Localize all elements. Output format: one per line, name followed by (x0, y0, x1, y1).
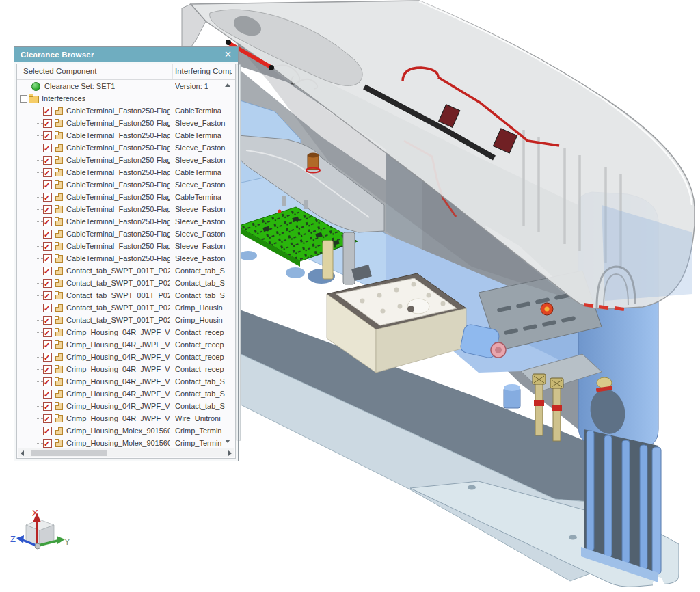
interferences-folder-label: Interferences (42, 92, 85, 105)
tree-branch-line (36, 111, 43, 111)
component-icon (55, 427, 63, 435)
interference-row[interactable]: CableTerminal_Faston250-Flag... Sleeve_F… (17, 252, 235, 265)
interference-row[interactable]: CableTerminal_Faston250-Flag... CableTer… (17, 191, 235, 203)
tree-branch-line (36, 394, 43, 394)
component-icon (55, 329, 63, 336)
interference-row[interactable]: CableTerminal_Faston250-Flag... Sleeve_F… (17, 228, 235, 240)
component-icon (55, 144, 63, 152)
interference-row[interactable]: Contact_tab_SWPT_001T_P025_... Crimp_Hou… (17, 314, 235, 326)
selected-component-cell: CableTerminal_Faston250-Flag... (66, 178, 170, 191)
row-checkbox[interactable] (43, 279, 52, 288)
row-checkbox[interactable] (43, 365, 52, 374)
row-checkbox[interactable] (43, 217, 52, 226)
row-checkbox[interactable] (43, 254, 52, 263)
tree-branch-line (36, 369, 43, 370)
interference-row[interactable]: CableTerminal_Faston250-Flag... CableTer… (17, 105, 235, 117)
interferences-folder-row[interactable]: - Interferences (17, 92, 235, 105)
tree-branch-line (36, 283, 43, 284)
scroll-left-icon[interactable] (21, 450, 24, 456)
interference-row[interactable]: Contact_tab_SWPT_001T_P025_... Contact_t… (17, 265, 235, 277)
row-checkbox[interactable] (43, 304, 52, 312)
row-checkbox[interactable] (43, 291, 52, 300)
interference-row[interactable]: CableTerminal_Faston250-Flag... Sleeve_F… (17, 178, 235, 191)
interference-row[interactable]: Crimp_Housing_04R_JWPF_VSL... Contact_re… (17, 351, 235, 363)
scroll-right-icon[interactable] (228, 450, 232, 456)
interference-row[interactable]: Contact_tab_SWPT_001T_P025_... Contact_t… (17, 277, 235, 289)
interfering-component-cell: Crimp_Housin (175, 314, 232, 326)
row-checkbox[interactable] (43, 316, 52, 325)
column-separator[interactable] (172, 64, 173, 79)
column-header-interfering[interactable]: Interfering Compo (175, 67, 232, 75)
column-header-selected[interactable]: Selected Component (23, 67, 96, 75)
selected-component-cell: CableTerminal_Faston250-Flag... (66, 105, 170, 117)
row-checkbox[interactable] (43, 180, 52, 189)
interference-row[interactable]: Crimp_Housing_04R_JWPF_VSL... Contact_ta… (17, 400, 235, 412)
tree-branch-line (36, 443, 43, 444)
horizontal-scrollbar[interactable] (18, 448, 234, 457)
row-checkbox[interactable] (43, 267, 52, 275)
row-checkbox[interactable] (43, 107, 52, 116)
row-checkbox[interactable] (43, 439, 52, 448)
interference-row[interactable]: CableTerminal_Faston250-Flag... Sleeve_F… (17, 203, 235, 215)
interference-row[interactable]: Crimp_Housing_04R_JWPF_VSL... Contact_ta… (17, 388, 235, 400)
selected-component-cell: Crimp_Housing_04R_JWPF_VSL... (66, 363, 170, 375)
row-checkbox[interactable] (43, 377, 52, 386)
interference-row[interactable]: Crimp_Housing_04R_JWPF_VSL... Contact_ta… (17, 375, 235, 388)
interference-row[interactable]: CableTerminal_Faston250-Flag... Sleeve_F… (17, 154, 235, 166)
interference-row[interactable]: Crimp_Housing_04R_JWPF_VSL... Contact_re… (17, 326, 235, 338)
interference-row[interactable]: CableTerminal_Faston250-Flag... CableTer… (17, 129, 235, 142)
interfering-component-cell: Sleeve_Faston (175, 178, 232, 191)
panel-titlebar[interactable]: Clearance Browser ✕ (14, 47, 238, 62)
interference-row[interactable]: CableTerminal_Faston250-Flag... Sleeve_F… (17, 142, 235, 154)
row-checkbox[interactable] (43, 119, 52, 128)
tree-branch-line (36, 357, 43, 358)
interference-row[interactable]: CableTerminal_Faston250-Flag... Sleeve_F… (17, 215, 235, 228)
interfering-component-cell: Contact_tab_S (175, 400, 232, 412)
interference-row[interactable]: CableTerminal_Faston250-Flag... Sleeve_F… (17, 240, 235, 252)
interference-row[interactable]: Contact_tab_SWPT_001T_P025_... Contact_t… (17, 289, 235, 301)
copper-coil (306, 153, 320, 173)
interference-row[interactable]: Contact_tab_SWPT_001T_P025_... Crimp_Hou… (17, 301, 235, 314)
orientation-triad: X Y Z (10, 508, 70, 549)
row-checkbox[interactable] (43, 328, 52, 337)
interfering-component-cell: CableTermina (175, 191, 232, 203)
interfering-component-cell: Sleeve_Faston (175, 154, 232, 166)
interference-row[interactable]: Crimp_Housing_04R_JWPF_VSL... Contact_re… (17, 338, 235, 351)
row-checkbox[interactable] (43, 414, 52, 423)
interference-row[interactable]: CableTerminal_Faston250-Flag... Sleeve_F… (17, 117, 235, 129)
interference-row[interactable]: CableTerminal_Faston250-Flag... CableTer… (17, 166, 235, 178)
interfering-component-cell: Crimp_Housin (175, 301, 232, 314)
row-checkbox[interactable] (43, 144, 52, 152)
scroll-up-icon[interactable] (225, 83, 230, 87)
row-checkbox[interactable] (43, 168, 52, 177)
row-checkbox[interactable] (43, 193, 52, 202)
row-checkbox[interactable] (43, 402, 52, 411)
tree-branch-line (36, 160, 43, 161)
row-checkbox[interactable] (43, 353, 52, 362)
selected-component-cell: Crimp_Housing_04R_JWPF_VSL... (66, 351, 170, 363)
selected-component-cell: CableTerminal_Faston250-Flag... (66, 240, 170, 252)
selected-component-cell: CableTerminal_Faston250-Flag... (66, 191, 170, 203)
clearance-set-label: Clearance Set: SET1 (44, 80, 115, 92)
row-checkbox[interactable] (43, 156, 52, 165)
component-icon (55, 132, 63, 139)
row-checkbox[interactable] (43, 390, 52, 399)
interference-row[interactable]: Crimp_Housing_04R_JWPF_VSL... Wire_Unitr… (17, 412, 235, 425)
row-checkbox[interactable] (43, 230, 52, 239)
component-icon (55, 403, 63, 410)
scrollbar-thumb[interactable] (31, 450, 107, 456)
component-icon (55, 181, 63, 189)
component-icon (55, 107, 63, 115)
expander-icon[interactable]: - (20, 95, 27, 103)
row-checkbox[interactable] (43, 131, 52, 140)
component-icon (55, 353, 63, 361)
clearance-set-row[interactable]: Clearance Set: SET1 Version: 1 (17, 80, 235, 92)
interference-row[interactable]: Crimp_Housing_Molex_901560... Crimp_Term… (17, 425, 235, 437)
row-checkbox[interactable] (43, 340, 52, 349)
row-checkbox[interactable] (43, 427, 52, 435)
row-checkbox[interactable] (43, 205, 52, 214)
component-icon (55, 206, 63, 213)
interference-row[interactable]: Crimp_Housing_04R_JWPF_VSL... Contact_re… (17, 363, 235, 375)
close-icon[interactable]: ✕ (224, 47, 232, 62)
row-checkbox[interactable] (43, 242, 52, 251)
